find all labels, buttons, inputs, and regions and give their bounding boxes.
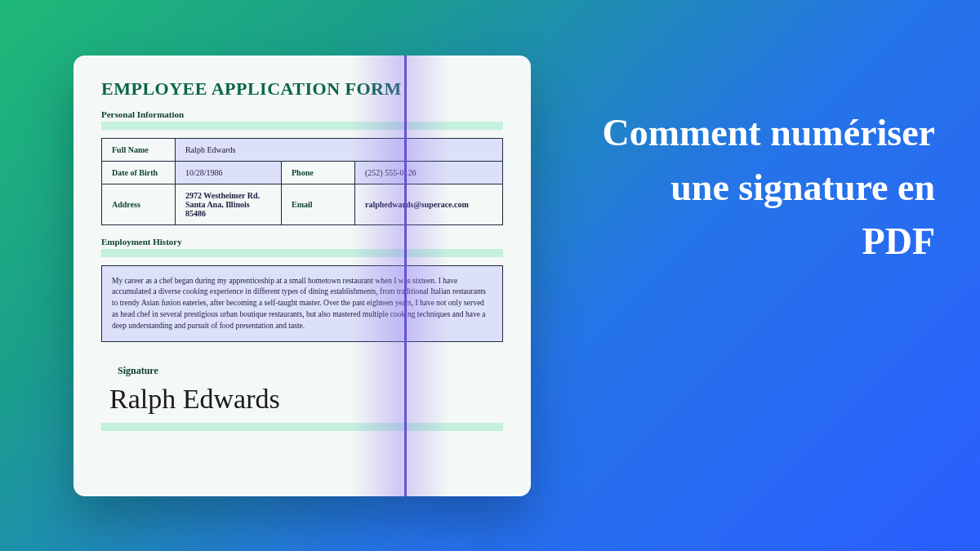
address-line1: 2972 Westheimer Rd. bbox=[185, 191, 260, 200]
phone-label: Phone bbox=[282, 161, 355, 184]
scan-line bbox=[404, 56, 407, 496]
section-employment-history: Employment History bbox=[101, 237, 503, 249]
document-title: EMPLOYEE APPLICATION FORM bbox=[101, 78, 503, 100]
signature-value: Ralph Edwards bbox=[109, 384, 503, 415]
email-label: Email bbox=[282, 184, 355, 224]
phone-value: (252) 555-0126 bbox=[355, 161, 503, 184]
table-row: Address 2972 Westheimer Rd. Santa Ana, I… bbox=[102, 184, 503, 224]
section-personal-info: Personal Information bbox=[101, 109, 503, 122]
document-card: EMPLOYEE APPLICATION FORM Personal Infor… bbox=[74, 56, 531, 496]
employment-history-text: My career as a chef began during my appr… bbox=[101, 265, 503, 343]
page-headline: Comment numériser une signature en PDF bbox=[600, 106, 935, 269]
divider-bar bbox=[101, 423, 503, 431]
signature-label: Signature bbox=[118, 365, 503, 377]
dob-value: 10/28/1986 bbox=[176, 161, 282, 184]
address-label: Address bbox=[102, 184, 176, 224]
email-value: ralphedwards@superace.com bbox=[355, 184, 503, 224]
table-row: Date of Birth 10/28/1986 Phone (252) 555… bbox=[102, 161, 503, 184]
address-line2: Santa Ana, Illinois 85486 bbox=[185, 200, 250, 218]
table-row: Full Name Ralph Edwards bbox=[102, 138, 503, 161]
divider-bar bbox=[101, 249, 503, 257]
address-value: 2972 Westheimer Rd. Santa Ana, Illinois … bbox=[176, 184, 282, 224]
personal-info-table: Full Name Ralph Edwards Date of Birth 10… bbox=[101, 138, 503, 225]
dob-label: Date of Birth bbox=[102, 161, 176, 184]
fullname-value: Ralph Edwards bbox=[176, 138, 503, 161]
fullname-label: Full Name bbox=[102, 138, 176, 161]
divider-bar bbox=[101, 122, 503, 130]
